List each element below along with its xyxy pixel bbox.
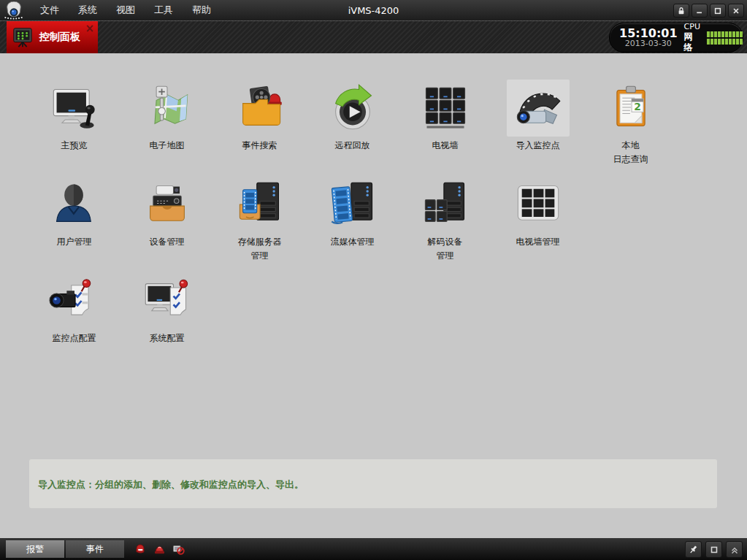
meter-segment <box>710 39 713 45</box>
menu-view[interactable]: 视图 <box>107 0 145 20</box>
video-exception-icon[interactable] <box>172 543 185 556</box>
app-item-label: 电子地图 <box>150 139 185 153</box>
remote-playback-icon[interactable] <box>321 80 384 137</box>
app-item-remote-playback[interactable]: 远程回放 <box>306 80 399 176</box>
system-status-panel: 15:10:01 2013-03-30 CPU 网络 <box>609 23 743 53</box>
status-bar-right-buttons <box>685 541 743 558</box>
pin-icon <box>689 545 699 555</box>
cpu-meter <box>707 31 743 37</box>
storage-server-icon[interactable] <box>229 176 291 233</box>
close-icon <box>732 7 740 15</box>
app-item-emap[interactable]: 电子地图 <box>120 80 213 176</box>
control-panel-icon <box>12 26 34 48</box>
minimize-icon <box>695 7 704 15</box>
menu-system[interactable]: 系统 <box>69 0 107 20</box>
app-item-device-mgmt[interactable]: 设备管理 <box>120 176 213 272</box>
app-item-label: 主预览 <box>61 139 88 153</box>
app-item-tvwall-mgmt[interactable]: 电视墙管理 <box>491 176 584 272</box>
restore-panel-icon <box>709 545 719 555</box>
main-preview-icon[interactable] <box>43 80 106 137</box>
tv-wall-icon[interactable] <box>414 80 477 137</box>
app-item-decode-device[interactable]: 解码设备管理 <box>399 176 491 272</box>
user-mgmt-icon[interactable] <box>43 176 106 233</box>
app-item-user-mgmt[interactable]: 用户管理 <box>28 176 120 272</box>
decode-device-icon[interactable] <box>414 176 477 233</box>
window-controls <box>673 4 744 18</box>
alarm-tab-button[interactable]: 报警 <box>6 540 64 558</box>
app-item-label: 电视墙管理 <box>516 235 560 249</box>
collapse-button[interactable] <box>726 541 743 558</box>
tab-control-panel[interactable]: 控制面板 × <box>7 21 98 53</box>
meter-segment <box>718 39 721 45</box>
stream-media-icon[interactable] <box>321 176 384 233</box>
device-mgmt-icon[interactable] <box>136 176 199 233</box>
pin-button[interactable] <box>685 541 702 558</box>
app-item-label: 本地日志查询 <box>613 139 648 166</box>
meter-segment <box>721 31 724 37</box>
siren-icon[interactable] <box>153 543 166 556</box>
app-item-main-preview[interactable]: 主预览 <box>28 80 120 176</box>
app-item-label: 流媒体管理 <box>331 235 375 249</box>
meter-segment <box>714 39 717 45</box>
tvwall-mgmt-icon[interactable] <box>507 176 570 233</box>
app-item-label: 电视墙 <box>432 139 459 153</box>
alarm-triggered-icon[interactable] <box>134 543 147 556</box>
window-title: iVMS-4200 <box>348 5 399 16</box>
tab-close-icon[interactable]: × <box>85 22 94 35</box>
meter-segment <box>707 31 710 37</box>
meter-segment <box>732 31 735 37</box>
minimize-button[interactable] <box>692 4 708 18</box>
lock-button[interactable] <box>673 4 689 18</box>
tab-label: 控制面板 <box>39 31 80 44</box>
app-item-label: 设备管理 <box>150 235 185 249</box>
meter-segment <box>725 39 728 45</box>
network-meter <box>707 39 743 45</box>
event-tab-button[interactable]: 事件 <box>66 540 124 558</box>
network-label: 网络 <box>684 31 701 53</box>
local-log-icon[interactable] <box>599 80 662 137</box>
usage-meters <box>707 30 743 46</box>
app-item-label: 监控点配置 <box>53 331 96 345</box>
menu-help[interactable]: 帮助 <box>183 0 221 20</box>
menu-file[interactable]: 文件 <box>31 0 69 20</box>
icon-grid: 主预览电子地图事件搜索远程回放电视墙导入监控点本地日志查询用户管理设备管理存储服… <box>28 80 677 369</box>
alert-indicators <box>134 543 185 556</box>
cpu-label: CPU <box>684 22 701 32</box>
lock-icon <box>677 7 686 15</box>
app-item-stream-media[interactable]: 流媒体管理 <box>306 176 399 272</box>
ivms-window: 文件系统视图工具帮助 iVMS-4200 控制面板 × 15:10:01 201… <box>0 0 747 560</box>
meter-segment <box>718 31 721 37</box>
meter-segment <box>721 39 724 45</box>
app-item-label: 远程回放 <box>335 139 370 153</box>
meter-segment <box>714 31 717 37</box>
meter-segment <box>729 31 732 37</box>
event-search-icon[interactable] <box>229 80 291 137</box>
meter-segment <box>736 31 739 37</box>
emap-icon[interactable] <box>136 80 199 137</box>
app-item-label: 导入监控点 <box>516 139 560 153</box>
system-config-icon[interactable] <box>136 272 199 329</box>
meter-segment <box>725 31 728 37</box>
menu-tools[interactable]: 工具 <box>145 0 183 20</box>
import-camera-icon[interactable] <box>507 80 570 137</box>
restore-panel-button[interactable] <box>705 541 722 558</box>
app-item-label: 事件搜索 <box>242 139 277 153</box>
app-item-system-config[interactable]: 系统配置 <box>120 272 213 369</box>
app-item-import-camera[interactable]: 导入监控点 <box>491 80 584 176</box>
app-item-event-search[interactable]: 事件搜索 <box>213 80 306 176</box>
camera-config-icon[interactable] <box>43 272 106 329</box>
app-item-storage-server[interactable]: 存储服务器管理 <box>213 176 306 272</box>
clock: 15:10:01 2013-03-30 <box>619 27 678 49</box>
app-item-camera-config[interactable]: 监控点配置 <box>28 272 120 369</box>
meter-segment <box>740 31 743 37</box>
close-button[interactable] <box>728 4 744 18</box>
maximize-icon <box>713 7 722 15</box>
meter-segment <box>736 39 739 45</box>
app-item-tv-wall[interactable]: 电视墙 <box>399 80 491 176</box>
maximize-button[interactable] <box>710 4 726 18</box>
grid-row: 用户管理设备管理存储服务器管理流媒体管理解码设备管理电视墙管理 <box>28 176 677 272</box>
app-item-local-log[interactable]: 本地日志查询 <box>584 80 677 176</box>
meter-segment <box>710 31 713 37</box>
description-text: 导入监控点：分组的添加、删除、修改和监控点的导入、导出。 <box>29 459 717 491</box>
title-bar: 文件系统视图工具帮助 iVMS-4200 <box>0 0 747 21</box>
